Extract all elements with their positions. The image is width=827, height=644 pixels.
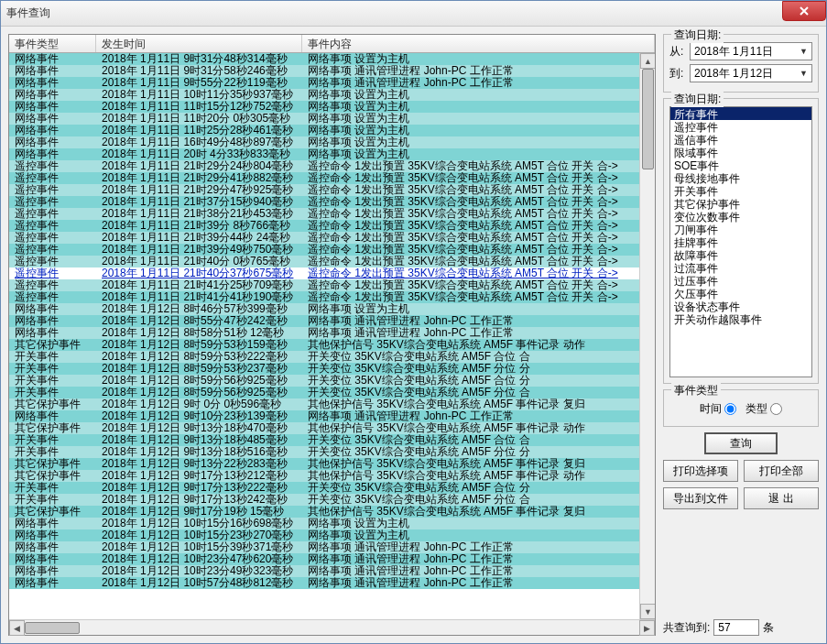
- scroll-thumb[interactable]: [642, 69, 654, 169]
- print-all-button[interactable]: 打印全部: [744, 460, 819, 482]
- table-row[interactable]: 遥控事件2018年 1月11日 21时29分24秒804毫秒遥控命令 1发出预置…: [9, 160, 655, 172]
- table-row[interactable]: 网络事件2018年 1月11日 16时49分48秒897毫秒网络事项 设置为主机: [9, 136, 655, 148]
- cell-type: 遥控事件: [9, 196, 96, 208]
- table-row[interactable]: 网络事件2018年 1月11日 9时31分48秒314毫秒网络事项 设置为主机: [9, 53, 655, 65]
- table-row[interactable]: 其它保护事件2018年 1月12日 8时59分53秒159毫秒其他保护信号 35…: [9, 339, 655, 351]
- table-row[interactable]: 其它保护事件2018年 1月12日 9时13分22秒283毫秒其他保护信号 35…: [9, 458, 655, 470]
- query-button[interactable]: 查询: [704, 432, 778, 454]
- radio-time-label[interactable]: 时间: [700, 401, 736, 417]
- table-row[interactable]: 网络事件2018年 1月11日 9时31分58秒246毫秒网络事项 通讯管理进程…: [9, 65, 655, 77]
- cell-time: 2018年 1月12日 9时17分19秒 15毫秒: [96, 506, 302, 518]
- horizontal-scrollbar[interactable]: ◀ ▶: [9, 619, 655, 635]
- table-row[interactable]: 开关事件2018年 1月12日 8时59分53秒237毫秒开关变位 35KV综合…: [9, 363, 655, 375]
- cell-content: 遥控命令 1发出预置 35KV综合变电站系统 AM5T 合位 开关 合->: [302, 160, 655, 172]
- table-row[interactable]: 其它保护事件2018年 1月12日 9时17分13秒212毫秒其他保护信号 35…: [9, 470, 655, 482]
- table-row[interactable]: 网络事件2018年 1月12日 9时10分23秒139毫秒网络事项 通讯管理进程…: [9, 410, 655, 422]
- list-item[interactable]: 刀闸事件: [670, 223, 811, 235]
- header-type[interactable]: 事件类型: [9, 35, 96, 52]
- list-item[interactable]: 其它保护事件: [670, 197, 811, 210]
- list-item[interactable]: SOE事件: [670, 158, 811, 171]
- table-row[interactable]: 遥控事件2018年 1月11日 21时41分25秒709毫秒遥控命令 1发出预置…: [9, 279, 655, 291]
- list-item[interactable]: 故障事件: [670, 248, 811, 261]
- list-item[interactable]: 变位次数事件: [670, 210, 811, 223]
- table-row[interactable]: 网络事件2018年 1月12日 10时23分47秒620毫秒网络事项 通讯管理进…: [9, 553, 655, 565]
- exit-button[interactable]: 退 出: [744, 487, 819, 509]
- titlebar: 事件查询: [1, 1, 826, 27]
- table-row[interactable]: 开关事件2018年 1月12日 8时59分56秒925毫秒开关变位 35KV综合…: [9, 387, 655, 398]
- cell-content: 开关变位 35KV综合变电站系统 AM5F 分位 分: [302, 446, 655, 458]
- cell-content: 遥控命令 1发出预置 35KV综合变电站系统 AM5T 合位 开关 合->: [302, 172, 655, 184]
- cell-content: 网络事项 设置为主机: [302, 113, 655, 125]
- table-row[interactable]: 遥控事件2018年 1月11日 21时39分44秒 24毫秒遥控命令 1发出预置…: [9, 232, 655, 244]
- table-row[interactable]: 网络事件2018年 1月12日 10时57分48秒812毫秒网络事项 通讯管理进…: [9, 577, 655, 589]
- print-selection-button[interactable]: 打印选择项: [663, 460, 738, 482]
- table-row[interactable]: 网络事件2018年 1月11日 10时11分35秒937毫秒网络事项 设置为主机: [9, 89, 655, 101]
- export-button[interactable]: 导出到文件: [663, 487, 738, 509]
- cell-content: 遥控命令 1发出预置 35KV综合变电站系统 AM5T 合位 开关 合->: [302, 291, 655, 303]
- list-item[interactable]: 母线接地事件: [670, 171, 811, 184]
- cell-time: 2018年 1月11日 21时39分44秒 24毫秒: [96, 232, 302, 244]
- table-row[interactable]: 遥控事件2018年 1月11日 21时39分 8秒766毫秒遥控命令 1发出预置…: [9, 220, 655, 232]
- table-row[interactable]: 网络事件2018年 1月12日 8时58分51秒 12毫秒网络事项 通讯管理进程…: [9, 327, 655, 339]
- scroll-up-icon[interactable]: ▲: [640, 53, 655, 69]
- table-row[interactable]: 网络事件2018年 1月12日 8时55分47秒242毫秒网络事项 通讯管理进程…: [9, 315, 655, 327]
- table-row[interactable]: 开关事件2018年 1月12日 9时13分18秒516毫秒开关变位 35KV综合…: [9, 446, 655, 458]
- table-row[interactable]: 网络事件2018年 1月12日 8时46分57秒399毫秒网络事项 设置为主机: [9, 303, 655, 315]
- list-item[interactable]: 设备状态事件: [670, 300, 811, 312]
- table-row[interactable]: 网络事件2018年 1月12日 10时23分49秒323毫秒网络事项 通讯管理进…: [9, 565, 655, 577]
- table-row[interactable]: 遥控事件2018年 1月11日 21时37分15秒940毫秒遥控命令 1发出预置…: [9, 196, 655, 208]
- vertical-scrollbar[interactable]: ▲ ▼: [639, 53, 655, 619]
- close-button[interactable]: [782, 1, 826, 21]
- scroll-left-icon[interactable]: ◀: [9, 620, 25, 636]
- header-content[interactable]: 事件内容: [302, 35, 655, 52]
- event-type-listbox[interactable]: 所有事件遥控事件遥信事件限域事件SOE事件母线接地事件开关事件其它保护事件变位次…: [669, 106, 812, 377]
- table-row[interactable]: 开关事件2018年 1月12日 9时13分18秒485毫秒开关变位 35KV综合…: [9, 434, 655, 446]
- table-row[interactable]: 遥控事件2018年 1月11日 21时39分49秒750毫秒遥控命令 1发出预置…: [9, 244, 655, 256]
- scroll-down-icon[interactable]: ▼: [640, 604, 655, 619]
- table-row[interactable]: 遥控事件2018年 1月11日 21时38分21秒453毫秒遥控命令 1发出预置…: [9, 208, 655, 220]
- table-row[interactable]: 开关事件2018年 1月12日 8时59分53秒222毫秒开关变位 35KV综合…: [9, 351, 655, 363]
- table-row[interactable]: 其它保护事件2018年 1月12日 9时 0分 0秒596毫秒其他保护信号 35…: [9, 398, 655, 410]
- table-row[interactable]: 开关事件2018年 1月12日 9时17分13秒222毫秒开关变位 35KV综合…: [9, 482, 655, 494]
- table-row[interactable]: 网络事件2018年 1月11日 9时55分22秒119毫秒网络事项 通讯管理进程…: [9, 77, 655, 89]
- list-item[interactable]: 开关事件: [670, 184, 811, 197]
- date-group: 查询日期: 从: 2018年 1月11日 ▼ 到: 2018年 1月12日 ▼: [663, 34, 819, 93]
- cell-type: 网络事件: [9, 136, 96, 148]
- from-date-input[interactable]: 2018年 1月11日 ▼: [690, 42, 812, 60]
- cell-content: 网络事项 通讯管理进程 John-PC 工作正常: [302, 577, 655, 589]
- scroll-right-icon[interactable]: ▶: [639, 620, 655, 636]
- table-row[interactable]: 网络事件2018年 1月11日 11时20分 0秒305毫秒网络事项 设置为主机: [9, 113, 655, 125]
- table-row[interactable]: 遥控事件2018年 1月11日 21时41分41秒190毫秒遥控命令 1发出预置…: [9, 291, 655, 303]
- table-row[interactable]: 遥控事件2018年 1月11日 21时40分37秒675毫秒遥控命令 1发出预置…: [9, 267, 655, 279]
- list-item[interactable]: 过流事件: [670, 261, 811, 274]
- table-row[interactable]: 网络事件2018年 1月12日 10时15分39秒371毫秒网络事项 通讯管理进…: [9, 541, 655, 553]
- radio-type[interactable]: [770, 403, 782, 415]
- table-row[interactable]: 开关事件2018年 1月12日 8时59分56秒925毫秒开关变位 35KV综合…: [9, 375, 655, 387]
- table-row[interactable]: 网络事件2018年 1月12日 10时15分16秒698毫秒网络事项 设置为主机: [9, 518, 655, 529]
- list-item[interactable]: 遥信事件: [670, 133, 811, 146]
- table-row[interactable]: 网络事件2018年 1月12日 10时15分23秒270毫秒网络事项 设置为主机: [9, 529, 655, 541]
- list-item[interactable]: 欠压事件: [670, 287, 811, 300]
- list-item[interactable]: 所有事件: [670, 107, 811, 120]
- list-item[interactable]: 遥控事件: [670, 120, 811, 133]
- cell-time: 2018年 1月12日 8时59分53秒222毫秒: [96, 351, 302, 363]
- table-row[interactable]: 网络事件2018年 1月11日 11时25分28秒461毫秒网络事项 设置为主机: [9, 125, 655, 136]
- table-row[interactable]: 遥控事件2018年 1月11日 21时29分41秒882毫秒遥控命令 1发出预置…: [9, 172, 655, 184]
- list-item[interactable]: 过压事件: [670, 274, 811, 287]
- table-row[interactable]: 遥控事件2018年 1月11日 21时29分47秒925毫秒遥控命令 1发出预置…: [9, 184, 655, 196]
- total-value[interactable]: [713, 619, 759, 636]
- table-row[interactable]: 其它保护事件2018年 1月12日 9时17分19秒 15毫秒其他保护信号 35…: [9, 506, 655, 518]
- table-row[interactable]: 其它保护事件2018年 1月12日 9时13分18秒470毫秒其他保护信号 35…: [9, 422, 655, 434]
- scroll-thumb-h[interactable]: [25, 622, 80, 634]
- header-time[interactable]: 发生时间: [96, 35, 302, 52]
- list-item[interactable]: 开关动作越限事件: [670, 312, 811, 325]
- to-date-input[interactable]: 2018年 1月12日 ▼: [690, 64, 812, 82]
- radio-type-label[interactable]: 类型: [745, 401, 782, 417]
- table-row[interactable]: 遥控事件2018年 1月11日 21时40分 0秒765毫秒遥控命令 1发出预置…: [9, 256, 655, 267]
- table-row[interactable]: 开关事件2018年 1月12日 9时17分13秒242毫秒开关变位 35KV综合…: [9, 494, 655, 506]
- radio-time[interactable]: [724, 403, 736, 415]
- list-item[interactable]: 限域事件: [670, 146, 811, 158]
- table-row[interactable]: 网络事件2018年 1月11日 20时 4分33秒833毫秒网络事项 设置为主机: [9, 148, 655, 160]
- table-row[interactable]: 网络事件2018年 1月11日 11时15分12秒752毫秒网络事项 设置为主机: [9, 101, 655, 113]
- list-item[interactable]: 挂牌事件: [670, 235, 811, 248]
